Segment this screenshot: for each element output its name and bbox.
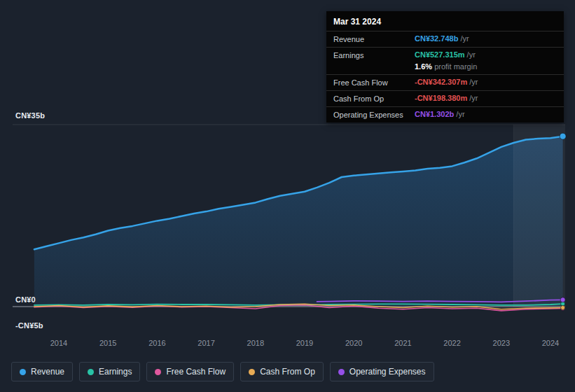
x-tick-2019: 2019 bbox=[289, 339, 320, 347]
tooltip-value-operating-expenses: CN¥1.302b bbox=[415, 110, 454, 118]
legend-label: Earnings bbox=[99, 367, 132, 377]
tooltip-suffix: /yr bbox=[454, 110, 464, 118]
free-cash-flow-series-dot-icon bbox=[155, 369, 161, 375]
tooltip-suffix: /yr bbox=[467, 94, 478, 102]
legend-item-revenue[interactable]: Revenue bbox=[11, 362, 73, 382]
x-tick-2021: 2021 bbox=[387, 339, 418, 347]
chart-data-tooltip: Mar 31 2024 Revenue CN¥32.748b /yr Earni… bbox=[326, 11, 564, 122]
tooltip-profit-margin: 1.6% profit margin bbox=[415, 62, 557, 71]
legend-item-free-cash-flow[interactable]: Free Cash Flow bbox=[146, 362, 234, 382]
tooltip-row-revenue: Revenue CN¥32.748b /yr bbox=[326, 31, 564, 47]
legend-label: Cash From Op bbox=[260, 367, 315, 377]
x-axis-labels: 2014201520162017201820192020202120222023… bbox=[0, 339, 575, 350]
tooltip-label-operating-expenses: Operating Expenses bbox=[333, 110, 415, 120]
tooltip-date: Mar 31 2024 bbox=[326, 11, 564, 31]
legend-item-cash-from-op[interactable]: Cash From Op bbox=[240, 362, 324, 382]
legend-label: Revenue bbox=[31, 367, 64, 377]
x-tick-2017: 2017 bbox=[191, 339, 222, 347]
financials-chart-page: CN¥35b CN¥0 -CN¥5b 201420152016201720182… bbox=[0, 0, 575, 392]
x-tick-2016: 2016 bbox=[141, 339, 172, 347]
earnings-series-dot-icon bbox=[88, 369, 94, 375]
cash-from-op-series-dot-icon bbox=[249, 369, 255, 375]
tooltip-label-revenue: Revenue bbox=[333, 34, 415, 44]
y-axis-label-zero: CN¥0 bbox=[15, 295, 36, 304]
x-tick-2015: 2015 bbox=[92, 339, 123, 347]
tooltip-suffix: /yr bbox=[458, 34, 469, 43]
x-tick-2018: 2018 bbox=[240, 339, 271, 347]
y-axis-label-top: CN¥35b bbox=[15, 111, 45, 120]
tooltip-row-operating-expenses: Operating Expenses CN¥1.302b /yr bbox=[326, 106, 564, 122]
tooltip-row-cash-from-op: Cash From Op -CN¥198.380m /yr bbox=[326, 90, 564, 106]
tooltip-row-free-cash-flow: Free Cash Flow -CN¥342.307m /yr bbox=[326, 74, 564, 90]
x-tick-2014: 2014 bbox=[43, 339, 74, 347]
x-tick-2022: 2022 bbox=[437, 339, 468, 347]
tooltip-value-free-cash-flow: -CN¥342.307m bbox=[415, 78, 467, 86]
x-tick-2023: 2023 bbox=[486, 339, 517, 347]
tooltip-label-earnings: Earnings bbox=[333, 50, 415, 60]
legend-item-earnings[interactable]: Earnings bbox=[79, 362, 140, 382]
operating-expenses-series-dot-icon bbox=[338, 369, 345, 375]
legend-label: Operating Expenses bbox=[349, 367, 426, 377]
tooltip-label-free-cash-flow: Free Cash Flow bbox=[333, 78, 415, 88]
tooltip-suffix: /yr bbox=[465, 50, 476, 59]
tooltip-row-earnings: Earnings CN¥527.315m /yr 1.6% profit mar… bbox=[326, 47, 564, 74]
chart-legend: Revenue Earnings Free Cash Flow Cash Fro… bbox=[11, 362, 434, 382]
tooltip-value-revenue: CN¥32.748b bbox=[415, 34, 458, 43]
y-axis-label-bottom: -CN¥5b bbox=[15, 321, 43, 330]
tooltip-label-cash-from-op: Cash From Op bbox=[333, 94, 415, 104]
x-tick-2024: 2024 bbox=[535, 339, 566, 347]
legend-label: Free Cash Flow bbox=[166, 367, 226, 377]
x-tick-2020: 2020 bbox=[338, 339, 369, 347]
revenue-series-dot-icon bbox=[20, 369, 26, 375]
legend-item-operating-expenses[interactable]: Operating Expenses bbox=[330, 362, 434, 382]
tooltip-value-earnings: CN¥527.315m bbox=[415, 50, 465, 59]
tooltip-suffix: /yr bbox=[467, 78, 478, 86]
tooltip-value-cash-from-op: -CN¥198.380m bbox=[415, 94, 467, 102]
